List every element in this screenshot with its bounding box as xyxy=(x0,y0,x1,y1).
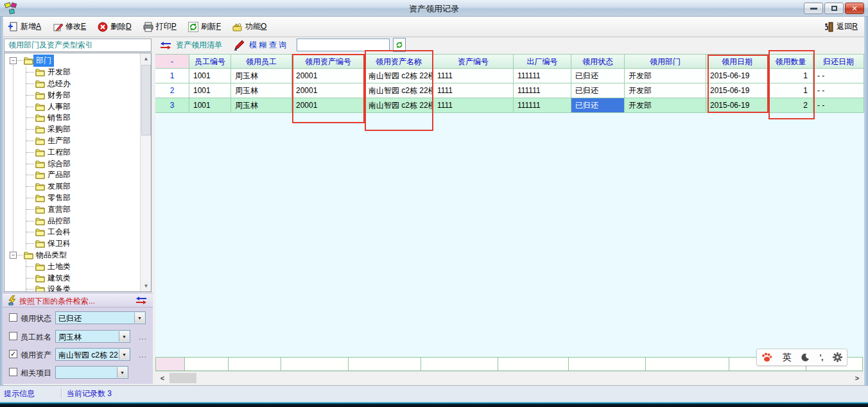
folder-icon xyxy=(35,80,45,88)
refresh-icon xyxy=(395,40,404,49)
column-header[interactable]: 归还日期 xyxy=(813,54,864,69)
maximize-button[interactable] xyxy=(824,3,844,14)
filter-header-label: 按照下面的条件检索... xyxy=(19,296,95,307)
scroll-right-icon[interactable]: > xyxy=(851,372,863,384)
footer-cell xyxy=(155,357,185,371)
footer-cell xyxy=(185,357,229,371)
tree-item[interactable]: 财务部 xyxy=(26,89,140,101)
search-input[interactable] xyxy=(297,39,390,51)
employee-more-button[interactable]: ... xyxy=(139,333,147,342)
delete-button[interactable]: 删除D xyxy=(94,19,135,34)
lightning-icon xyxy=(8,295,17,306)
tree-item[interactable]: 直营部 xyxy=(26,204,140,215)
column-header[interactable]: 领用部门 xyxy=(625,54,706,69)
collapse-icon[interactable]: − xyxy=(10,57,17,64)
column-header[interactable]: 领用数量 xyxy=(768,54,813,69)
scroll-down-icon[interactable]: ▼ xyxy=(141,281,152,291)
new-button[interactable]: 新增A xyxy=(4,19,45,34)
folder-icon xyxy=(35,68,45,76)
table-row-selected[interactable]: 3 1001 周玉林 20001 南山智园 c2栋 22楼 1111 11111… xyxy=(155,98,864,113)
edit-button[interactable]: 修改E xyxy=(49,19,90,34)
tree-item[interactable]: 品控部 xyxy=(26,215,140,227)
folder-icon xyxy=(35,160,45,168)
tree-item-label: 部门 xyxy=(33,55,54,67)
column-header[interactable]: - xyxy=(155,54,189,69)
department-children: 开发部 总经办 财务部 人事部 销售部 采购部 生产部 工程部 综合部 产品部 … xyxy=(26,67,140,250)
folder-icon xyxy=(35,217,45,225)
tree-item[interactable]: 人事部 xyxy=(26,101,140,112)
column-header[interactable]: 领用日期 xyxy=(706,54,768,69)
column-header[interactable]: 出厂编号 xyxy=(514,54,571,69)
checkbox-project[interactable] xyxy=(9,368,17,376)
tree-item[interactable]: 总经办 xyxy=(26,78,140,90)
table-row[interactable]: 1 1001 周玉林 20001 南山智园 c2栋 22楼 1111 11111… xyxy=(155,69,864,83)
status-record-count: 当前记录数 3 xyxy=(67,388,112,399)
tree-item[interactable]: 开发部 xyxy=(26,67,140,78)
asset-combobox[interactable]: 南山智园 c2栋 22楼 ▼ xyxy=(55,348,130,361)
tree-item[interactable]: 零售部 xyxy=(26,193,140,204)
quick-refresh-button[interactable] xyxy=(393,38,406,52)
print-button[interactable]: 打印P xyxy=(139,19,180,34)
tree-item-root-item-types[interactable]: − 物品类型 xyxy=(10,250,140,261)
scroll-up-icon[interactable]: ▲ xyxy=(141,53,152,64)
tree-item[interactable]: 工程部 xyxy=(26,146,140,158)
asset-more-button[interactable]: ... xyxy=(139,351,147,359)
tree-item[interactable]: 保卫科 xyxy=(26,238,140,250)
chevron-down-icon: ▼ xyxy=(119,331,129,342)
tree-item[interactable]: 建筑类 xyxy=(26,272,140,284)
checkbox-status[interactable] xyxy=(9,313,17,322)
function-button[interactable]: 功能O xyxy=(229,19,270,34)
punctuation-icon[interactable]: ’, xyxy=(819,352,822,362)
column-header[interactable]: 领用资产编号 xyxy=(292,54,365,69)
scrollbar-thumb[interactable] xyxy=(169,373,196,383)
collapse-icon[interactable]: − xyxy=(10,252,17,259)
folder-icon xyxy=(35,125,45,134)
tree-item[interactable]: 采购部 xyxy=(26,124,140,135)
scroll-left-icon[interactable]: < xyxy=(157,372,168,384)
paw-icon[interactable] xyxy=(761,352,772,363)
checkbox-employee[interactable] xyxy=(9,332,17,340)
checkbox-asset[interactable]: ✓ xyxy=(9,350,17,358)
swap-arrows-icon[interactable] xyxy=(136,297,146,304)
column-header[interactable]: 领用员工 xyxy=(231,54,292,69)
tree-item[interactable]: 发展部 xyxy=(26,181,140,193)
footer-cell xyxy=(421,357,498,371)
tree-item[interactable]: 销售部 xyxy=(26,112,140,124)
main-toolbar: 新增A 修改E 删除D 打印P 刷新F 功能O 返回R xyxy=(0,17,868,37)
asset-list-button[interactable]: 资产领用清单 xyxy=(161,40,222,51)
close-button[interactable]: ✕ xyxy=(845,3,864,14)
moon-icon[interactable] xyxy=(801,353,810,362)
table-row[interactable]: 2 1001 周玉林 20001 南山智园 c2栋 22楼 1111 11111… xyxy=(155,83,864,98)
gear-icon[interactable] xyxy=(833,352,842,362)
column-header[interactable]: 领用状态 xyxy=(571,54,625,69)
fuzzy-query-button[interactable]: 模 糊 查 询 xyxy=(234,40,286,51)
project-combobox[interactable]: ▼ xyxy=(55,366,128,379)
english-mode-button[interactable]: 英 xyxy=(782,352,791,363)
folder-icon xyxy=(35,148,45,157)
minimize-button[interactable] xyxy=(804,3,823,14)
tree-item-root-departments[interactable]: − 部门 xyxy=(10,55,140,67)
maximize-icon xyxy=(831,6,837,11)
column-header[interactable]: 员工编号 xyxy=(189,54,231,69)
folder-icon xyxy=(35,103,45,111)
tree-item[interactable]: 土地类 xyxy=(26,261,140,272)
tree-scrollbar[interactable]: ▲ ▼ xyxy=(140,53,151,291)
tree-item[interactable]: 工会科 xyxy=(26,227,140,238)
column-header[interactable]: 领用资产名称 xyxy=(365,54,433,69)
column-header[interactable]: 资产编号 xyxy=(433,54,514,69)
tree-item[interactable]: 产品部 xyxy=(26,169,140,181)
tree-item[interactable]: 生产部 xyxy=(26,135,140,147)
filter-row-project: 相关项目 ▼ xyxy=(3,366,153,379)
refresh-button[interactable]: 刷新F xyxy=(184,19,225,34)
pen-icon xyxy=(234,40,244,51)
return-button[interactable]: 返回R xyxy=(820,19,862,34)
new-icon xyxy=(8,22,18,32)
horizontal-scrollbar[interactable]: < > xyxy=(155,371,864,384)
tree-item[interactable]: 综合部 xyxy=(26,158,140,169)
folder-icon xyxy=(24,56,33,65)
status-combobox[interactable]: 已归还 ▼ xyxy=(55,311,146,324)
tree-item[interactable]: 设备类 xyxy=(26,284,140,292)
folder-icon xyxy=(35,137,45,145)
scrollbar-thumb[interactable] xyxy=(141,65,151,135)
employee-combobox[interactable]: 周玉林 ▼ xyxy=(55,330,130,343)
